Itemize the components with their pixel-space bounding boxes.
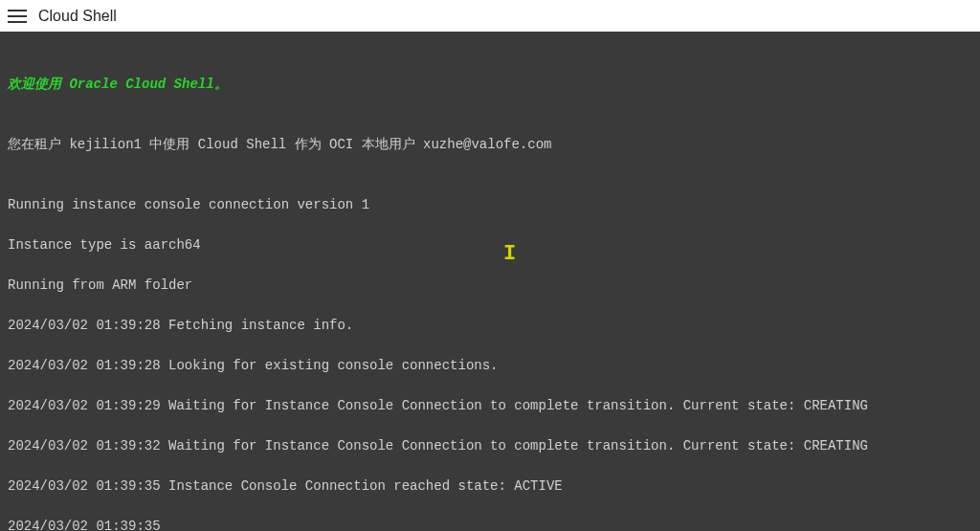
terminal-line: 2024/03/02 01:39:28 Fetching instance in… bbox=[8, 316, 972, 336]
header: Cloud Shell bbox=[0, 0, 980, 32]
terminal-line: 2024/03/02 01:39:35 Instance Console Con… bbox=[8, 476, 972, 497]
terminal-line: 2024/03/02 01:39:29 Waiting for Instance… bbox=[8, 396, 972, 416]
terminal-line: Running instance console connection vers… bbox=[8, 195, 972, 215]
hamburger-menu-icon[interactable] bbox=[8, 7, 27, 26]
terminal-line: 2024/03/02 01:39:32 Waiting for Instance… bbox=[8, 436, 972, 456]
welcome-banner: 欢迎使用 Oracle Cloud Shell。 bbox=[8, 75, 972, 95]
tenant-line: 您在租户 kejilion1 中使用 Cloud Shell 作为 OCI 本地… bbox=[8, 135, 972, 155]
terminal-line: 2024/03/02 01:39:35 bbox=[8, 517, 972, 531]
terminal-line: Instance type is aarch64 bbox=[8, 235, 972, 255]
terminal-line: Running from ARM folder bbox=[8, 276, 972, 296]
page-title: Cloud Shell bbox=[38, 8, 117, 25]
terminal[interactable]: 欢迎使用 Oracle Cloud Shell。 您在租户 kejilion1 … bbox=[0, 32, 980, 531]
terminal-line: 2024/03/02 01:39:28 Looking for existing… bbox=[8, 356, 972, 376]
